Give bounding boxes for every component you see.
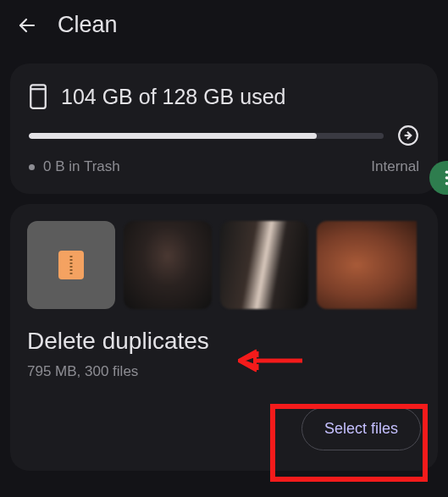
svg-point-5 <box>445 170 448 174</box>
dot-icon <box>29 164 35 170</box>
duplicates-title: Delete duplicates <box>27 328 421 355</box>
storage-used-text: 104 GB of 128 GB used <box>61 85 285 109</box>
storage-header: 104 GB of 128 GB used <box>29 84 419 109</box>
select-files-button[interactable]: Select files <box>301 407 421 450</box>
storage-progress-row <box>29 124 419 146</box>
storage-location: Internal <box>371 158 419 175</box>
svg-point-7 <box>445 182 448 185</box>
storage-card[interactable]: 104 GB of 128 GB used 0 B in Trash Inter… <box>10 64 438 194</box>
arrow-left-icon <box>17 15 37 36</box>
back-button[interactable] <box>15 14 39 37</box>
storage-footer: 0 B in Trash Internal <box>29 158 419 175</box>
zip-file-icon <box>58 251 84 279</box>
page-title: Clean <box>58 12 118 38</box>
phone-icon <box>29 84 47 109</box>
duplicates-actions: Select files <box>27 407 421 450</box>
thumbnail-photo[interactable] <box>124 221 212 309</box>
duplicates-subtitle: 795 MB, 300 files <box>27 363 421 380</box>
storage-progress-fill <box>29 133 317 139</box>
svg-point-6 <box>445 176 448 179</box>
thumbnail-photo[interactable] <box>220 221 308 309</box>
storage-progress-bar <box>29 133 384 139</box>
thumbnail-photo[interactable] <box>317 221 417 309</box>
arrow-circle-right-icon[interactable] <box>397 124 419 146</box>
app-header: Clean <box>0 0 448 50</box>
duplicate-thumbnails <box>27 221 421 309</box>
more-vert-icon <box>445 170 449 185</box>
thumbnail-zip[interactable] <box>27 221 115 309</box>
duplicates-card: Delete duplicates 795 MB, 300 files Sele… <box>10 204 438 471</box>
trash-info: 0 B in Trash <box>29 158 120 175</box>
trash-text: 0 B in Trash <box>43 158 120 175</box>
